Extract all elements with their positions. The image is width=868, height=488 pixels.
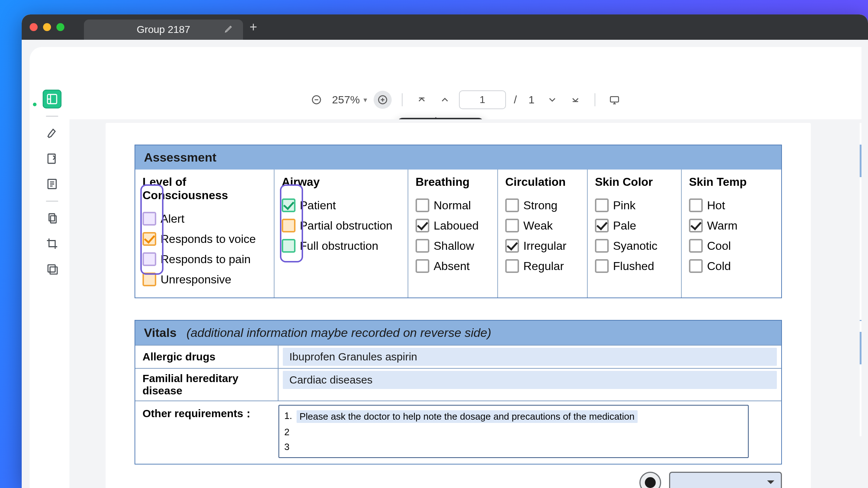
radio-button[interactable]	[639, 472, 661, 488]
checkbox-hot[interactable]	[689, 198, 703, 212]
checkbox-alert[interactable]	[142, 212, 156, 226]
column-skin-temp: Skin Temp Hot Warm Cool Cold	[682, 170, 786, 297]
svg-rect-3	[49, 214, 55, 221]
checkbox-full-obstruction[interactable]	[282, 239, 295, 253]
vitals-subtitle: (additional information maybe recorded o…	[187, 326, 492, 339]
minimize-window-button[interactable]	[43, 23, 51, 31]
checkbox-label: Hot	[707, 199, 725, 212]
assessment-section: Assessment Level of Consciousness Alert	[135, 145, 782, 298]
checkbox-label: Syanotic	[613, 239, 658, 253]
checkbox-label: Full obstruction	[300, 239, 378, 253]
checkbox-label: Strong	[523, 199, 557, 212]
close-window-button[interactable]	[30, 23, 38, 31]
checkbox-label: Alert	[161, 212, 184, 226]
checkbox-unresponsive[interactable]	[142, 273, 156, 286]
checkbox-label: Irregular	[523, 239, 566, 253]
page-current: 1	[480, 94, 485, 106]
checkbox-responds-pain[interactable]	[142, 252, 156, 266]
other-requirements-box[interactable]: 1. Please ask the doctor to help note th…	[278, 405, 749, 458]
checkbox-pink[interactable]	[595, 198, 609, 212]
list-item: 3	[284, 440, 743, 454]
plus-icon[interactable]: +	[250, 20, 257, 35]
checkbox-label: Partial obstruction	[300, 219, 392, 232]
checkbox-label: Responds to voice	[161, 232, 256, 246]
checkbox-patient[interactable]	[282, 198, 295, 212]
checkbox-strong[interactable]	[505, 198, 519, 212]
fullscreen-window-button[interactable]	[56, 23, 64, 31]
checkbox-row: Unresponsive	[142, 269, 267, 290]
highlighter-icon[interactable]	[43, 124, 61, 143]
checkbox-shallow[interactable]	[416, 239, 429, 253]
checkbox-irregular[interactable]	[505, 239, 519, 253]
checkbox-normal[interactable]	[416, 198, 429, 212]
truncated-text: edication	[860, 408, 861, 436]
svg-rect-6	[50, 267, 57, 274]
previous-page-button[interactable]	[436, 91, 454, 109]
next-page-button[interactable]	[543, 91, 561, 109]
fill-sign-icon[interactable]	[43, 149, 61, 168]
view-toolbar: 257% ▾ 1 / 1	[69, 83, 861, 116]
checkbox-row: Partial obstruction	[282, 215, 400, 236]
zoom-level-dropdown[interactable]: 257% ▾	[331, 94, 369, 106]
hereditary-disease-input[interactable]: Cardiac diseases	[283, 371, 777, 389]
checkbox-label: Pink	[613, 199, 635, 212]
document-canvas[interactable]: Assessment Level of Consciousness Alert	[69, 119, 861, 488]
checkbox-flushed[interactable]	[595, 259, 609, 273]
desktop-background: Group 2187 +	[0, 0, 868, 488]
column-title: Circulation	[505, 175, 580, 189]
document-tab[interactable]: Group 2187	[84, 20, 243, 40]
svg-rect-5	[48, 265, 55, 272]
assessment-grid: Level of Consciousness Alert Responds to…	[135, 170, 781, 297]
field-label: Allergic drugs	[135, 346, 278, 368]
duplicate-page-icon[interactable]	[43, 209, 61, 228]
list-item: 2	[284, 425, 743, 440]
list-number: 2	[284, 427, 292, 438]
checkbox-cold[interactable]	[689, 259, 703, 273]
caret-down-icon	[767, 480, 774, 488]
first-page-button[interactable]	[413, 91, 431, 109]
checkbox-partial-obstruction[interactable]	[282, 219, 295, 232]
checkbox-label: Flushed	[613, 260, 654, 273]
field-label: Familial hereditary disease	[135, 369, 278, 401]
vitals-section: Vitals (additional information maybe rec…	[135, 320, 782, 465]
checkbox-label: Laboued	[434, 219, 479, 232]
column-level-of-consciousness: Level of Consciousness Alert Responds to…	[135, 170, 275, 297]
dropdown-field[interactable]	[669, 472, 782, 488]
pencil-icon[interactable]	[224, 24, 234, 35]
checkbox-regular[interactable]	[505, 259, 519, 273]
form-icon[interactable]	[43, 175, 61, 193]
document-page-2: Skin C Pi Pa Sy Fl edication	[860, 123, 861, 436]
checkbox-responds-voice[interactable]	[142, 232, 156, 246]
extract-icon[interactable]	[43, 260, 61, 278]
column-circulation: Circulation Strong Weak Irregular Regula…	[498, 170, 588, 297]
presentation-mode-button[interactable]	[605, 91, 624, 109]
checkbox-laboured[interactable]	[416, 219, 429, 232]
last-page-button[interactable]	[566, 91, 584, 109]
checkbox-label: Regular	[523, 260, 564, 273]
separator	[46, 201, 58, 202]
column-airway: Airway Patient Partial obstruction	[275, 170, 408, 297]
crop-icon[interactable]	[43, 234, 61, 253]
zoom-out-button[interactable]	[307, 91, 326, 109]
allergic-drugs-input[interactable]: Ibuprofen Granules aspirin	[283, 348, 777, 366]
checkbox-warm[interactable]	[689, 219, 703, 232]
checkbox-weak[interactable]	[505, 219, 519, 232]
tab-title: Group 2187	[137, 24, 190, 35]
page-number-input[interactable]: 1	[459, 90, 506, 109]
checkbox-absent[interactable]	[416, 259, 429, 273]
vitals-title: Vitals	[144, 326, 176, 339]
panel-layout-icon[interactable]	[43, 90, 61, 108]
column-title: Airway	[282, 175, 400, 189]
left-toolbar	[42, 90, 62, 278]
checkbox-pale[interactable]	[595, 219, 609, 232]
checkbox-cool[interactable]	[689, 239, 703, 253]
window-controls	[30, 23, 64, 31]
list-item: 1. Please ask the doctor to help note th…	[284, 408, 743, 425]
column-title: Skin Color	[595, 175, 674, 189]
assessment-title: Assessment	[144, 150, 216, 164]
checkbox-syanotic[interactable]	[595, 239, 609, 253]
checkbox-row: Alert	[142, 209, 267, 229]
checkbox-row: Full obstruction	[282, 236, 400, 256]
list-number: 3	[284, 441, 292, 453]
zoom-in-button[interactable]	[374, 91, 392, 109]
